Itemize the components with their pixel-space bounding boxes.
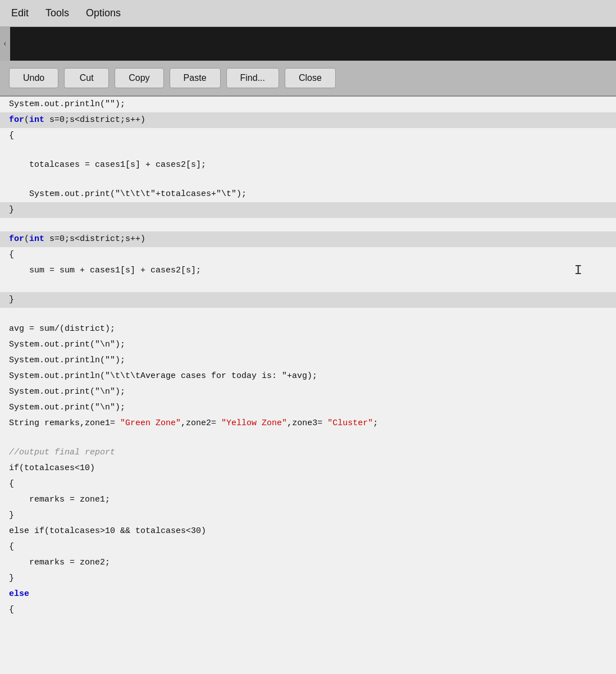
- paste-button[interactable]: Paste: [170, 68, 221, 88]
- code-line-1: System.out.println("");: [0, 97, 616, 112]
- menu-bar: Edit Tools Options: [0, 0, 616, 27]
- code-line-31: remarks = zone2;: [0, 555, 616, 571]
- code-line-4: [0, 144, 616, 157]
- code-line-16: avg = sum/(district);: [0, 321, 616, 337]
- undo-button[interactable]: Undo: [9, 68, 58, 88]
- code-editor[interactable]: System.out.println(""); for(int s=0;s<di…: [0, 97, 616, 674]
- code-line-30: {: [0, 539, 616, 555]
- code-line-24: //output final report: [0, 445, 616, 461]
- code-line-23: [0, 431, 616, 445]
- menu-edit[interactable]: Edit: [11, 7, 29, 19]
- left-arrow: ‹: [0, 27, 10, 61]
- code-line-8: }: [0, 202, 616, 218]
- code-line-34: {: [0, 602, 616, 618]
- code-line-32: }: [0, 571, 616, 586]
- code-line-13: [0, 279, 616, 292]
- code-line-7: System.out.print("\t\t\t"+totalcases+"\t…: [0, 186, 616, 202]
- code-line-33: else: [0, 586, 616, 602]
- code-line-12: sum = sum + cases1[s] + cases2[s];I: [0, 263, 616, 279]
- copy-button[interactable]: Copy: [115, 68, 163, 88]
- code-line-9: [0, 218, 616, 231]
- code-line-26: {: [0, 476, 616, 492]
- code-line-14: }: [0, 292, 616, 308]
- code-line-21: System.out.print("\n");: [0, 400, 616, 416]
- dark-bar: [0, 27, 616, 61]
- cut-button[interactable]: Cut: [64, 68, 109, 88]
- code-line-17: System.out.print("\n");: [0, 337, 616, 353]
- code-line-20: System.out.print("\n");: [0, 384, 616, 400]
- code-line-2: for(int s=0;s<district;s++): [0, 112, 616, 128]
- code-line-25: if(totalcases<10): [0, 461, 616, 476]
- find-button[interactable]: Find...: [226, 68, 279, 88]
- code-line-22: String remarks,zone1= "Green Zone",zone2…: [0, 416, 616, 431]
- code-line-5: totalcases = cases1[s] + cases2[s];: [0, 157, 616, 173]
- code-line-28: }: [0, 508, 616, 523]
- close-button[interactable]: Close: [285, 68, 336, 88]
- code-line-10: for(int s=0;s<district;s++): [0, 231, 616, 247]
- code-line-27: remarks = zone1;: [0, 492, 616, 508]
- toolbar: Undo Cut Copy Paste Find... Close: [0, 61, 616, 97]
- menu-options[interactable]: Options: [86, 7, 121, 19]
- code-line-18: System.out.println("");: [0, 353, 616, 368]
- code-line-3: {: [0, 128, 616, 144]
- code-line-11: {: [0, 247, 616, 263]
- code-area[interactable]: System.out.println(""); for(int s=0;s<di…: [0, 97, 616, 674]
- code-line-15: [0, 308, 616, 321]
- code-line-29: else if(totalcases>10 && totalcases<30): [0, 523, 616, 539]
- menu-tools[interactable]: Tools: [45, 7, 69, 19]
- code-line-6: [0, 173, 616, 186]
- code-line-19: System.out.println("\t\t\tAverage cases …: [0, 368, 616, 384]
